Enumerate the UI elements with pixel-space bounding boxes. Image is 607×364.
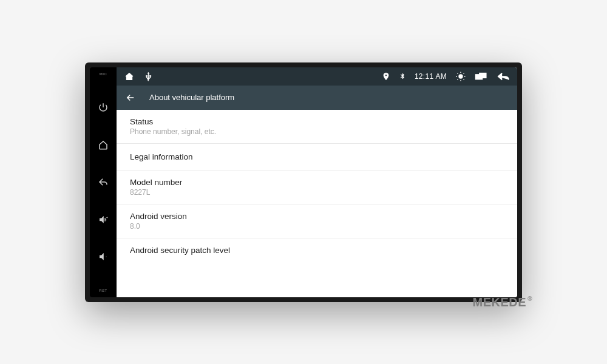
- back-arrow-icon[interactable]: [125, 92, 136, 103]
- usb-icon: [143, 71, 154, 82]
- item-title: Status: [130, 117, 504, 126]
- item-title: Model number: [130, 178, 504, 187]
- hardware-button-column: MIC + - RST: [90, 67, 117, 297]
- status-bar: 12:11 AM: [117, 67, 517, 86]
- screen: 12:11 AM About vehicular platform Status: [117, 67, 517, 297]
- settings-item-security-patch[interactable]: Android security patch level: [117, 238, 517, 257]
- svg-text:-: -: [106, 254, 107, 259]
- app-bar: About vehicular platform: [117, 86, 517, 110]
- brand-mark: ®: [527, 295, 532, 302]
- svg-rect-4: [480, 73, 486, 78]
- settings-item-model[interactable]: Model number 8227L: [117, 170, 517, 204]
- settings-list[interactable]: Status Phone number, signal, etc. Legal …: [117, 110, 517, 297]
- device-frame: MIC + - RST: [85, 62, 522, 302]
- item-title: Android security patch level: [130, 246, 504, 255]
- item-subtitle: 8227L: [130, 188, 504, 197]
- back-hw-icon[interactable]: [98, 177, 109, 187]
- volume-down-icon[interactable]: -: [98, 251, 109, 262]
- brand-name: MEKEDE: [473, 295, 527, 309]
- item-title: Android version: [130, 212, 504, 221]
- item-subtitle: Phone number, signal, etc.: [130, 127, 504, 136]
- brand-logo: MEKEDE®: [473, 295, 532, 309]
- home-outline-icon[interactable]: [124, 71, 135, 82]
- power-icon[interactable]: [98, 102, 109, 113]
- bluetooth-icon: [399, 72, 406, 81]
- item-subtitle: 8.0: [130, 222, 504, 231]
- svg-point-2: [459, 75, 463, 78]
- mic-label: MIC: [100, 72, 107, 76]
- settings-item-android-version[interactable]: Android version 8.0: [117, 204, 517, 238]
- item-title: Legal information: [130, 152, 504, 161]
- settings-item-status[interactable]: Status Phone number, signal, etc.: [117, 110, 517, 144]
- volume-up-icon[interactable]: +: [98, 214, 109, 225]
- rst-label: RST: [99, 289, 107, 292]
- clock-time: 12:11 AM: [415, 72, 447, 81]
- location-icon: [382, 72, 390, 81]
- settings-item-legal[interactable]: Legal information: [117, 144, 517, 170]
- brightness-icon[interactable]: [455, 71, 466, 82]
- page-title: About vehicular platform: [149, 93, 234, 102]
- recent-apps-icon[interactable]: [475, 71, 488, 82]
- back-nav-icon[interactable]: [497, 71, 510, 82]
- svg-text:+: +: [106, 215, 109, 218]
- home-icon[interactable]: [98, 140, 109, 150]
